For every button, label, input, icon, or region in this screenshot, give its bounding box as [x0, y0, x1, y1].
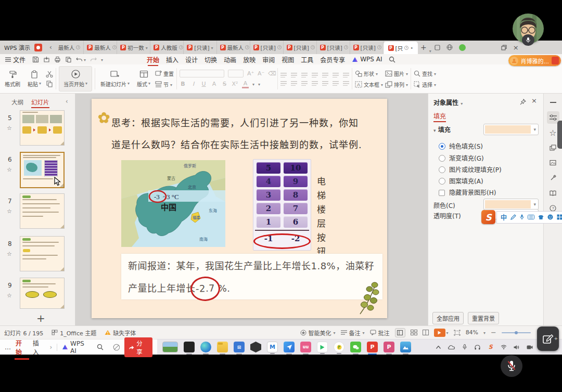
- star-icon[interactable]: ☆: [7, 208, 12, 215]
- ime-chinese-mode[interactable]: 中: [501, 213, 507, 221]
- document-tab-active[interactable]: P [只: [384, 42, 418, 54]
- document-tab[interactable]: P [只读]: [184, 41, 216, 54]
- menu-item-slideshow[interactable]: 放映: [243, 55, 256, 64]
- checkbox-hide-background[interactable]: 隐藏背景图形(H): [439, 188, 496, 197]
- star-icon[interactable]: ☆: [7, 292, 12, 299]
- slide-thumbnail-9[interactable]: [20, 278, 65, 309]
- mic-muted-button[interactable]: [501, 355, 522, 377]
- shapes-button[interactable]: 形状: [355, 70, 383, 77]
- star-icon[interactable]: ☆: [7, 125, 12, 132]
- fill-tab[interactable]: 填充: [433, 113, 446, 120]
- ime-pen-icon[interactable]: [510, 214, 516, 220]
- zoom-level[interactable]: 84%: [466, 329, 478, 336]
- radio-gradient-fill[interactable]: 渐变填充(G): [439, 153, 484, 162]
- expand-chevron[interactable]: ›: [49, 344, 52, 351]
- menu-item-animation[interactable]: 动画: [224, 55, 236, 64]
- add-slide-button[interactable]: +: [36, 312, 45, 324]
- taskbar-video-app-icon[interactable]: [317, 342, 328, 352]
- reading-view-button[interactable]: [423, 330, 429, 335]
- wifi-icon[interactable]: [500, 343, 508, 351]
- panel-drag-handle[interactable]: [557, 121, 562, 149]
- copy-format-icon[interactable]: [65, 56, 72, 63]
- document-tab[interactable]: 最新人: [55, 41, 84, 54]
- play-from-current-button[interactable]: 当页开始: [59, 66, 92, 92]
- normal-view-button[interactable]: [395, 328, 405, 337]
- output-icon[interactable]: [43, 56, 50, 63]
- tray-expand-icon[interactable]: [435, 343, 443, 351]
- disable-share-icon[interactable]: [113, 344, 120, 351]
- image-edit-strip-icon[interactable]: [547, 156, 559, 169]
- smart-beautify-button[interactable]: 智能美化: [300, 329, 336, 337]
- mini-home-tab[interactable]: 开始: [16, 338, 28, 356]
- document-tab[interactable]: P [只读]: [284, 41, 317, 54]
- taskbar-wps-ppt-icon-active[interactable]: P: [367, 342, 378, 352]
- search-icon[interactable]: [97, 344, 104, 350]
- menu-item-view[interactable]: 视图: [282, 55, 294, 64]
- tab-list-dropdown[interactable]: [429, 47, 431, 54]
- cloud-icon[interactable]: [448, 343, 456, 351]
- document-tab[interactable]: P [只读]: [250, 41, 284, 54]
- menu-item-home[interactable]: 开始: [147, 55, 159, 64]
- menu-item-wps-ai[interactable]: WPS AI: [352, 56, 382, 63]
- chevron-down-icon[interactable]: [483, 329, 486, 336]
- slide-canvas[interactable]: ✿ 思考：根据实际生活的需要，人们引进了另一种数，你知 道是什么数吗？结合你在实…: [92, 99, 387, 318]
- panel-title[interactable]: 对象属性: [433, 98, 463, 107]
- new-tab-button[interactable]: +: [420, 43, 427, 51]
- close-panel-icon[interactable]: ×: [531, 97, 537, 104]
- mini-wps-ai-button[interactable]: WPS AI: [62, 340, 92, 355]
- tab-slides[interactable]: 幻灯片: [31, 98, 49, 106]
- taskbar-wechat-icon[interactable]: [350, 342, 361, 352]
- star-icon[interactable]: ☆: [7, 166, 12, 173]
- taskbar-folder-icon[interactable]: [217, 342, 228, 352]
- china-map-image[interactable]: 俄罗斯 蒙古 北京 东海 南海 福建 -3 ~3 °C 中国: [121, 160, 225, 247]
- cut-icon[interactable]: [46, 71, 53, 77]
- save-icon[interactable]: [32, 56, 39, 63]
- slide-thumbnail-5[interactable]: [20, 110, 65, 146]
- elevator-buttons-image[interactable]: 510 49 38 27 16 -1-2: [253, 159, 311, 251]
- reset-slide-button[interactable]: 重置: [155, 70, 174, 77]
- user-account-badge[interactable]: 肖博雅的...: [508, 55, 561, 66]
- picture-button[interactable]: 图片: [385, 70, 408, 77]
- sogou-tray-icon[interactable]: S: [487, 343, 495, 351]
- star-icon[interactable]: ☆: [7, 251, 12, 257]
- redo-icon[interactable]: [90, 56, 97, 62]
- taskbar-edge-icon[interactable]: [200, 342, 211, 352]
- zoom-out-button[interactable]: −: [491, 329, 496, 336]
- annotation-pen-button[interactable]: +: [537, 326, 559, 351]
- slide-title-textbox[interactable]: 思考：根据实际生活的需要，人们引进了另一种数，你知 道是什么数吗？结合你在实际生…: [111, 112, 380, 156]
- tab-outline[interactable]: 大纲: [11, 98, 23, 106]
- mic-tray-icon[interactable]: [461, 343, 469, 351]
- taskbar-app-icon[interactable]: M: [267, 342, 278, 352]
- apply-all-button[interactable]: 全部应用: [432, 312, 464, 324]
- textbox-button[interactable]: A 文本框: [355, 81, 383, 88]
- news-textbox[interactable]: 新闻报道：某年，我国花生产量比上年增长1.8%，油菜籽 产量比上年增长-2.7%…: [121, 254, 382, 299]
- sogou-logo-icon[interactable]: S: [481, 210, 495, 224]
- reset-background-button[interactable]: 重置背景: [468, 312, 499, 324]
- copy-icon[interactable]: [46, 81, 53, 87]
- select-button[interactable]: 选择: [414, 81, 436, 88]
- document-tab[interactable]: P 初一数: [117, 41, 150, 54]
- taskbar-app-icon[interactable]: [184, 342, 195, 352]
- slide-thumbnail-7[interactable]: [20, 193, 65, 229]
- zoom-slider[interactable]: [502, 332, 531, 333]
- slideshow-button[interactable]: [434, 329, 449, 337]
- format-painter-button[interactable]: 格式刷: [2, 66, 23, 92]
- slide-layout-button[interactable]: 版式: [134, 66, 153, 92]
- document-tab[interactable]: P [只读]: [317, 41, 350, 54]
- headset-icon[interactable]: [474, 343, 482, 351]
- taskbar-feishu-icon[interactable]: [284, 342, 295, 352]
- fit-window-button[interactable]: [454, 330, 461, 336]
- slide-thumbnail-8[interactable]: [20, 236, 65, 271]
- section-button[interactable]: 节: [155, 81, 174, 88]
- print-icon[interactable]: [54, 56, 61, 63]
- camera-tray-icon[interactable]: [526, 343, 534, 351]
- tab-scroll-left-icon[interactable]: ‹: [49, 44, 52, 51]
- arrange-button[interactable]: 排列: [385, 81, 408, 88]
- collapse-panel-icon[interactable]: ‹: [66, 98, 68, 105]
- undo-button[interactable]: [76, 56, 86, 63]
- radio-pattern-fill[interactable]: 图案填充(A): [439, 176, 483, 185]
- document-tab[interactable]: P [只读]: [350, 41, 384, 54]
- new-slide-button[interactable]: 新建幻灯片: [98, 66, 132, 92]
- menu-item-review[interactable]: 审阅: [262, 55, 275, 64]
- ime-toolbox-icon[interactable]: [557, 214, 562, 220]
